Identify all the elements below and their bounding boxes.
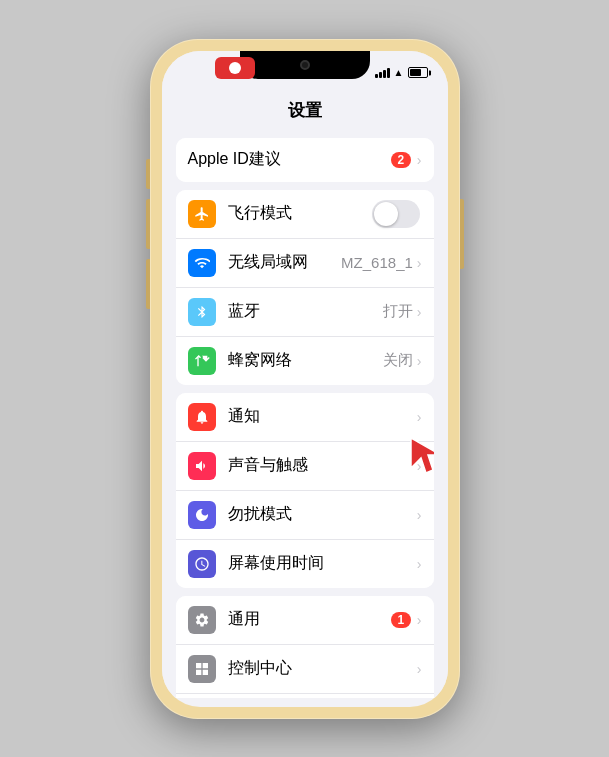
apple-id-section: Apple ID建议 2 › xyxy=(176,138,434,182)
cellular-label: 蜂窝网络 xyxy=(228,350,383,371)
screen-time-label: 屏幕使用时间 xyxy=(228,553,417,574)
signal-bar-2 xyxy=(379,72,382,78)
bluetooth-row[interactable]: 蓝牙 打开 › xyxy=(176,288,434,337)
bluetooth-value: 打开 xyxy=(383,302,413,321)
page-header: 设置 xyxy=(162,95,448,130)
control-center-icon xyxy=(188,655,216,683)
display-row[interactable]: AA 显示与亮度 › xyxy=(176,694,434,698)
general-section: 通用 1 › 控制中心 › AA xyxy=(176,596,434,698)
airplane-toggle[interactable] xyxy=(372,200,420,228)
battery-fill xyxy=(410,69,421,76)
control-center-row[interactable]: 控制中心 › xyxy=(176,645,434,694)
camera xyxy=(300,60,310,70)
connectivity-section: 飞行模式 无线局域网 MZ_618_1 › xyxy=(176,190,434,385)
sounds-row[interactable]: 声音与触感 › xyxy=(176,442,434,491)
notch xyxy=(240,51,370,79)
chevron-icon: › xyxy=(417,409,422,425)
apple-id-label: Apple ID建议 xyxy=(188,149,391,170)
wifi-label: 无线局域网 xyxy=(228,252,342,273)
chevron-icon: › xyxy=(417,353,422,369)
chevron-icon: › xyxy=(417,507,422,523)
cellular-value: 关闭 xyxy=(383,351,413,370)
battery-tip xyxy=(429,70,431,75)
wifi-value: MZ_618_1 xyxy=(341,254,413,271)
signal-bar-3 xyxy=(383,70,386,78)
signal-icon xyxy=(375,68,390,78)
wifi-settings-icon xyxy=(188,249,216,277)
chevron-icon: › xyxy=(417,661,422,677)
general-label: 通用 xyxy=(228,609,391,630)
chevron-icon: › xyxy=(417,458,422,474)
chevron-icon: › xyxy=(417,556,422,572)
signal-bar-1 xyxy=(375,74,378,78)
general-badge: 1 xyxy=(391,612,411,628)
wifi-icon: ▲ xyxy=(394,67,404,78)
sounds-label: 声音与触感 xyxy=(228,455,417,476)
power-button[interactable] xyxy=(460,199,464,269)
bluetooth-label: 蓝牙 xyxy=(228,301,383,322)
notifications-section: 通知 › 声音与触感 › xyxy=(176,393,434,588)
record-dot xyxy=(229,62,241,74)
phone-frame: ▲ 设置 Apple ID建议 2 › xyxy=(150,39,460,719)
toggle-knob xyxy=(374,202,398,226)
airplane-mode-row[interactable]: 飞行模式 xyxy=(176,190,434,239)
sounds-icon xyxy=(188,452,216,480)
screen-time-icon xyxy=(188,550,216,578)
screen-time-row[interactable]: 屏幕使用时间 › xyxy=(176,540,434,588)
volume-up-button[interactable] xyxy=(146,199,150,249)
general-icon xyxy=(188,606,216,634)
airplane-label: 飞行模式 xyxy=(228,203,372,224)
cellular-row[interactable]: 蜂窝网络 关闭 › xyxy=(176,337,434,385)
phone-screen: ▲ 设置 Apple ID建议 2 › xyxy=(162,51,448,707)
apple-id-badge: 2 xyxy=(391,152,411,168)
general-row[interactable]: 通用 1 › xyxy=(176,596,434,645)
volume-down-button[interactable] xyxy=(146,259,150,309)
focus-icon xyxy=(188,501,216,529)
notifications-label: 通知 xyxy=(228,406,417,427)
signal-bar-4 xyxy=(387,68,390,78)
record-indicator xyxy=(215,57,255,79)
notifications-row[interactable]: 通知 › xyxy=(176,393,434,442)
bluetooth-icon xyxy=(188,298,216,326)
wifi-row[interactable]: 无线局域网 MZ_618_1 › xyxy=(176,239,434,288)
control-center-label: 控制中心 xyxy=(228,658,417,679)
status-icons: ▲ xyxy=(375,67,428,78)
battery-icon xyxy=(408,67,428,78)
settings-list[interactable]: Apple ID建议 2 › 飞行模式 xyxy=(162,130,448,698)
page-title: 设置 xyxy=(288,101,322,120)
mute-button[interactable] xyxy=(146,159,150,189)
apple-id-row[interactable]: Apple ID建议 2 › xyxy=(176,138,434,182)
notifications-icon xyxy=(188,403,216,431)
airplane-icon xyxy=(188,200,216,228)
chevron-icon: › xyxy=(417,612,422,628)
focus-label: 勿扰模式 xyxy=(228,504,417,525)
focus-row[interactable]: 勿扰模式 › xyxy=(176,491,434,540)
chevron-icon: › xyxy=(417,304,422,320)
chevron-icon: › xyxy=(417,255,422,271)
cellular-icon xyxy=(188,347,216,375)
chevron-icon: › xyxy=(417,152,422,168)
status-bar: ▲ xyxy=(162,51,448,95)
